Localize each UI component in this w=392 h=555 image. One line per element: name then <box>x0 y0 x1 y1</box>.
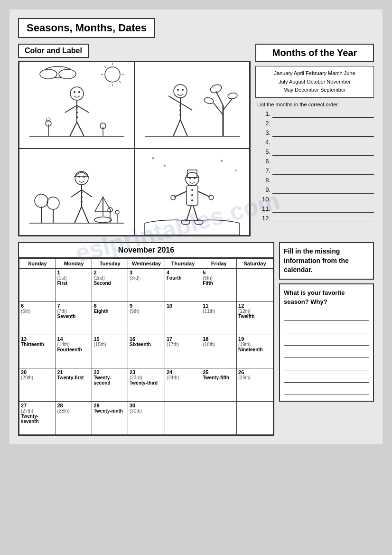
months-word-box: January April February March June July A… <box>255 66 374 98</box>
svg-point-24 <box>47 118 50 122</box>
day-number: 16 <box>130 336 163 342</box>
svg-line-79 <box>174 191 187 197</box>
svg-line-18 <box>77 122 84 136</box>
day-number: 23 <box>130 369 163 375</box>
day-ordinal: (2nd) <box>93 275 126 281</box>
day-word: Thirteenth <box>21 342 54 347</box>
favorite-season-box: What is your favorite season? Why? <box>279 283 374 402</box>
svg-line-42 <box>180 120 187 136</box>
day-ordinal: (5th) <box>203 275 235 281</box>
svg-line-15 <box>65 105 77 113</box>
list-item: 2. <box>260 120 374 127</box>
day-number: 6 <box>21 303 54 309</box>
favorite-season-label: What is your favorite season? Why? <box>284 288 369 307</box>
calendar-table: Sunday Monday Tuesday Wednesday Thursday… <box>19 258 273 435</box>
months-list: 1. 2. 3. 4. 5. 6. 7. 8. 9. 10. 11. 12. <box>255 110 374 222</box>
summer-drawing <box>25 150 129 235</box>
day-ordinal: (6th) <box>21 309 54 314</box>
svg-point-54 <box>115 210 119 214</box>
svg-line-30 <box>223 98 233 110</box>
answer-line <box>284 348 369 358</box>
svg-point-33 <box>203 96 214 104</box>
calendar-cell: 13Thirteenth <box>19 335 56 368</box>
day-word: Sixteenth <box>130 342 163 347</box>
day-number: 3 <box>130 270 163 275</box>
svg-point-58 <box>83 176 85 178</box>
months-words-line3: May December September <box>283 87 345 93</box>
calendar-title: November 2016 <box>19 243 273 258</box>
day-number: 17 <box>167 336 199 342</box>
svg-point-81 <box>171 195 176 200</box>
list-item: 9. <box>260 186 374 194</box>
day-number: 4 <box>167 270 199 275</box>
day-number: 7 <box>57 303 91 309</box>
svg-point-20 <box>76 112 78 113</box>
calendar-cell: 21Twenty-first <box>56 368 92 402</box>
page: eslprintables.com Seasons, Months, Dates… <box>9 9 383 444</box>
list-item: 12. <box>260 215 374 222</box>
right-panel: Fill in the missing information from the… <box>279 242 374 436</box>
season-autumn <box>134 62 250 149</box>
svg-point-21 <box>76 116 78 118</box>
day-word: Twelfth <box>238 314 271 319</box>
svg-point-68 <box>94 217 112 223</box>
day-number: 9 <box>130 303 163 309</box>
color-label-section: Color and Label <box>18 44 251 236</box>
svg-line-31 <box>216 91 223 105</box>
day-number: 12 <box>238 303 271 309</box>
calendar-cell <box>237 402 273 435</box>
day-number: 10 <box>167 303 199 309</box>
spring-drawing <box>25 63 129 148</box>
svg-text:*: * <box>235 169 237 174</box>
svg-line-62 <box>75 207 82 223</box>
months-title: Months of the Year <box>255 44 374 62</box>
day-number: 8 <box>93 303 126 309</box>
day-ordinal: (28th) <box>57 408 91 414</box>
day-ordinal: (9th) <box>130 309 163 314</box>
svg-point-50 <box>47 197 59 209</box>
calendar-cell: 2(2nd)Second <box>92 269 128 302</box>
day-number: 27 <box>21 403 54 408</box>
day-ordinal: (12th) <box>238 309 271 314</box>
svg-line-39 <box>168 96 180 103</box>
day-ordinal: (30th) <box>130 408 163 414</box>
list-item: 5. <box>260 148 374 156</box>
top-section: Color and Label <box>18 44 374 236</box>
day-word: Fifth <box>203 281 235 286</box>
svg-point-45 <box>179 114 181 116</box>
svg-text:*: * <box>164 164 166 169</box>
day-word: Fourteenth <box>57 347 91 352</box>
header-monday: Monday <box>56 259 92 269</box>
calendar-row: 27(27th)Twenty-seventh28(28th)29Twenty-n… <box>19 402 273 435</box>
day-number: 5 <box>203 270 235 275</box>
day-word: Second <box>93 281 126 286</box>
svg-point-64 <box>81 191 83 193</box>
calendar-cell: 11(11th) <box>201 302 237 335</box>
day-number: 25 <box>203 369 235 375</box>
calendar-header-row: Sunday Monday Tuesday Wednesday Thursday… <box>19 259 273 269</box>
calendar-cell: 4Fourth <box>165 269 201 302</box>
svg-line-7 <box>119 81 121 83</box>
calendar-cell: 27(27th)Twenty-seventh <box>19 402 56 435</box>
months-instruction: List the months in the correct order. <box>255 102 374 107</box>
header-tuesday: Tuesday <box>92 259 128 269</box>
svg-point-11 <box>70 87 84 100</box>
svg-point-19 <box>76 107 78 109</box>
list-item: 11. <box>260 205 374 213</box>
calendar-cell <box>19 269 56 302</box>
svg-line-29 <box>214 103 223 115</box>
svg-point-12 <box>74 91 75 93</box>
svg-point-44 <box>179 109 181 111</box>
svg-point-77 <box>194 177 196 179</box>
day-number: 20 <box>21 369 54 375</box>
calendar-cell: 26(26th) <box>237 368 273 402</box>
list-item: 10. <box>260 196 374 203</box>
list-item: 6. <box>260 158 374 165</box>
calendar-cell: 23(23rd)Twenty-third <box>128 368 165 402</box>
svg-line-63 <box>82 207 89 223</box>
svg-line-40 <box>180 103 192 110</box>
day-ordinal: (17th) <box>167 342 199 347</box>
title-box: Seasons, Months, Dates <box>18 18 155 38</box>
svg-point-37 <box>182 89 184 91</box>
calendar-row: 20(20th)21Twenty-first22Twenty-second23(… <box>19 368 273 402</box>
